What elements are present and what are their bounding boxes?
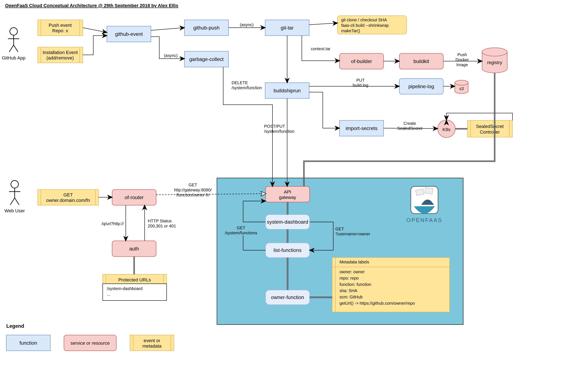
svg-text:Protected URLs: Protected URLs — [118, 277, 151, 282]
legend-service: service or resource — [64, 335, 116, 351]
pipeline-log-fn: pipeline-log — [399, 79, 443, 94]
k8s-svc: K8s — [438, 120, 455, 138]
svg-text:function: function — [19, 340, 37, 346]
svg-text:service or resource: service or resource — [71, 340, 110, 346]
svg-text:system-dashboard: system-dashboard — [267, 219, 308, 225]
get-owner-box: GET owner.domain.com/fn — [38, 190, 99, 205]
svg-text:context.tar: context.tar — [311, 46, 331, 51]
svg-text:(async): (async) — [164, 53, 178, 58]
web-user-actor: Web User — [4, 181, 25, 213]
svg-text:s3: s3 — [459, 86, 464, 91]
import-secrets-fn: import-secrets — [339, 120, 384, 136]
svg-text:garbage-collect: garbage-collect — [189, 56, 224, 62]
svg-text:http://gateway:8080/: http://gateway:8080/ — [174, 188, 212, 192]
sealed-secret-controller-box: SealedSecret Controller — [467, 120, 512, 137]
svg-text:SealedSecret: SealedSecret — [397, 126, 422, 131]
svg-text:getUrl() -> https://github.com: getUrl() -> https://github.com/owner/rep… — [339, 301, 415, 306]
push-event-box: Push event Repo: x — [38, 20, 83, 36]
github-event-fn: github-event — [107, 26, 151, 42]
svg-text:scm: GitHub: scm: GitHub — [339, 295, 363, 299]
legend-event: event or metadata — [130, 335, 174, 351]
diagram-title: OpenFaaS Cloud Conceptual Architecture @… — [5, 3, 178, 8]
buildshiprun-fn: buildshiprun — [265, 83, 309, 98]
svg-line-4 — [14, 45, 18, 52]
svg-text:gateway: gateway — [279, 195, 296, 200]
svg-text:Web User: Web User — [4, 208, 25, 213]
auth-svc: auth — [112, 241, 156, 256]
svg-text:git-tar: git-tar — [281, 25, 293, 30]
svg-rect-14 — [425, 188, 433, 194]
svg-text:Push event: Push event — [49, 23, 72, 28]
svg-text:list-functions: list-functions — [274, 247, 301, 253]
system-dashboard-fn: system-dashboard — [265, 215, 310, 229]
svg-text:github-event: github-event — [115, 31, 143, 37]
svg-text:makeTar(): makeTar() — [341, 28, 360, 33]
svg-text:sha: SHA: sha: SHA — [339, 288, 357, 293]
svg-line-9 — [10, 198, 15, 205]
svg-text:GET: GET — [237, 225, 245, 230]
svg-text:function: function: function: function — [339, 282, 371, 287]
svg-text:HTTP Status: HTTP Status — [148, 219, 172, 223]
svg-text:metadata: metadata — [142, 343, 161, 349]
svg-text:import-secrets: import-secrets — [346, 126, 378, 131]
svg-text:owner: owner: owner: owner — [339, 269, 365, 274]
svg-text:Metadata labels: Metadata labels — [339, 260, 369, 264]
svg-text:Docker: Docker — [455, 57, 469, 62]
list-functions-fn: list-functions — [265, 243, 310, 258]
svg-text:/system/function: /system/function — [264, 129, 294, 134]
svg-text:owner-function: owner-function — [271, 294, 304, 300]
github-push-fn: github-push — [184, 20, 229, 36]
legend-title: Legend — [6, 323, 24, 329]
svg-text:pipeline-log: pipeline-log — [408, 84, 434, 89]
owner-function-fn: owner-function — [265, 290, 310, 305]
svg-text:Installation Event: Installation Event — [43, 50, 78, 55]
svg-text:Repo: x: Repo: x — [52, 28, 68, 33]
svg-text:/system-dashboard: /system-dashboard — [107, 286, 143, 291]
svg-text:GitHub App: GitHub App — [2, 55, 26, 60]
architecture-diagram: OpenFaaS Cloud Conceptual Architecture @… — [0, 0, 568, 392]
svg-text:OPENFAAS: OPENFAAS — [407, 217, 442, 223]
svg-text:repo: repo: repo: repo — [339, 276, 359, 280]
svg-text:of-router: of-router — [125, 195, 144, 200]
garbage-collect-fn: garbage-collect — [184, 51, 229, 67]
svg-text:(async): (async) — [240, 22, 254, 27]
svg-text:API: API — [284, 189, 291, 195]
svg-text:faas-cli build --shrinkwrap: faas-cli build --shrinkwrap — [341, 23, 389, 28]
svg-text:owner.domain.com/fn: owner.domain.com/fn — [46, 198, 90, 203]
github-app-actor: GitHub App — [2, 28, 26, 60]
s3-svc: s3 — [455, 80, 468, 94]
registry-svc: registry — [482, 48, 507, 73]
of-router-svc: of-router — [112, 190, 156, 205]
svg-text:DELETE: DELETE — [232, 80, 248, 85]
svg-text:POST/PUT: POST/PUT — [264, 124, 285, 128]
protected-urls-box: Protected URLs /system-dashboard ... — [103, 274, 167, 300]
svg-text:registry: registry — [487, 60, 502, 65]
buildkit-svc: buildkit — [399, 53, 443, 69]
svg-text:PUT: PUT — [356, 78, 365, 83]
svg-text:...: ... — [107, 292, 110, 296]
svg-text:/function/owner-fn: /function/owner-fn — [176, 193, 210, 197]
svg-line-3 — [9, 45, 14, 52]
legend-function: function — [6, 335, 50, 351]
svg-line-10 — [15, 198, 19, 205]
openfaas-logo: OPENFAAS — [407, 186, 442, 223]
svg-text:buildkit: buildkit — [414, 58, 429, 64]
api-gateway-svc: API gateway — [265, 186, 310, 202]
of-builder-svc: of-builder — [339, 53, 384, 69]
svg-point-6 — [11, 181, 18, 188]
svg-text:Image: Image — [456, 62, 468, 67]
svg-text:event or: event or — [144, 338, 160, 343]
svg-text:build.log: build.log — [353, 83, 368, 87]
svg-text:GET: GET — [189, 182, 197, 187]
svg-text:200,301 or 401: 200,301 or 401 — [148, 224, 176, 228]
svg-text:K8s: K8s — [442, 127, 451, 132]
svg-text:/system/functions: /system/functions — [225, 231, 257, 235]
svg-text:/system/function: /system/function — [232, 85, 262, 90]
svg-text:/q/uri?http://: /q/uri?http:// — [102, 221, 124, 226]
svg-text:Push: Push — [457, 52, 467, 57]
svg-text:GET: GET — [63, 192, 73, 197]
svg-point-0 — [10, 28, 17, 35]
svg-text:Controller: Controller — [480, 129, 500, 135]
svg-text:github-push: github-push — [193, 25, 219, 30]
svg-text:git clone / checkout SHA: git clone / checkout SHA — [341, 18, 387, 22]
